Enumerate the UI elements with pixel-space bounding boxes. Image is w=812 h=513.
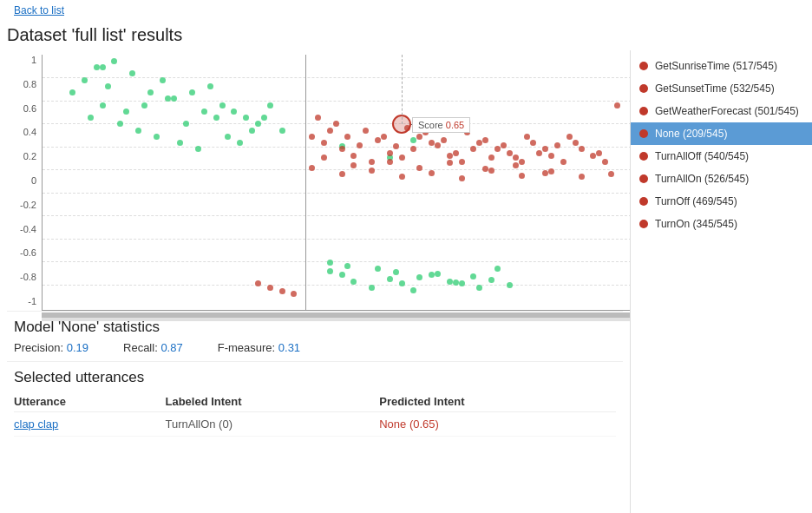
scatter-dot (177, 140, 183, 146)
scatter-dot (429, 170, 435, 176)
col-predicted-intent: Predicted Intent (379, 391, 616, 412)
scatter-dot (183, 121, 189, 127)
scatter-dot (375, 266, 381, 272)
scatter-dot (147, 89, 154, 95)
scatter-dot (494, 146, 501, 152)
scatter-dot (441, 137, 447, 143)
scatter-dot (507, 150, 513, 156)
back-link[interactable]: Back to list (7, 1, 71, 20)
utterance-link-0[interactable]: clap clap (14, 418, 58, 431)
scatter-dot (536, 150, 542, 156)
scatter-dot (560, 159, 566, 165)
scatter-dot (410, 287, 416, 293)
scatter-dot (459, 280, 465, 286)
scatter-dot (327, 268, 333, 274)
scatter-dot (548, 153, 554, 159)
sidebar-item-6[interactable]: TurnOff (469/545) (631, 190, 812, 213)
scatter-dot (387, 276, 393, 282)
col-utterance: Utterance (14, 391, 165, 412)
scatter-dot (261, 115, 267, 121)
scatter-dot (410, 137, 416, 143)
scatter-dot (519, 159, 525, 165)
page-title: Dataset 'full list' results (0, 20, 812, 50)
scatter-dot (94, 64, 100, 70)
scatter-dot (207, 83, 213, 89)
sidebar-item-4[interactable]: TurnAllOff (540/545) (631, 145, 812, 168)
scatter-dot (410, 146, 416, 152)
intent-dot-icon-0 (639, 62, 648, 70)
scatter-dot (488, 277, 494, 283)
scatter-dot (596, 150, 602, 156)
fmeasure-label: F-measure: (218, 341, 275, 354)
sidebar-item-0[interactable]: GetSunriseTime (517/545) (631, 55, 812, 77)
scatter-dot (482, 137, 488, 143)
scatter-dot (435, 142, 441, 148)
scatter-dot (213, 115, 219, 121)
scatter-dot (321, 155, 327, 161)
sidebar-item-7[interactable]: TurnOn (345/545) (631, 213, 812, 235)
scatter-dot (201, 109, 207, 115)
scatter-dot (476, 285, 482, 291)
scatter-dot (369, 285, 375, 291)
scatter-dot (470, 146, 476, 152)
scatter-dot (488, 168, 494, 174)
scatter-dot (387, 150, 393, 156)
scatter-dot (267, 102, 273, 109)
scatter-dot (459, 175, 465, 181)
scatter-dot (243, 115, 249, 121)
scatter-dot (255, 121, 261, 127)
sidebar-item-label-7: TurnOn (345/545) (655, 218, 737, 230)
scatter-dot (381, 134, 387, 140)
scatter-dot (154, 134, 160, 140)
scatter-dot (321, 140, 327, 146)
scatter-dot (614, 102, 620, 109)
scatter-dot (375, 137, 381, 143)
intent-dot-icon-1 (639, 84, 648, 93)
intent-dot-icon-2 (639, 107, 648, 115)
scatter-dot (279, 128, 285, 134)
scatter-dot (393, 143, 399, 149)
sidebar-item-3[interactable]: None (209/545) (631, 122, 812, 145)
scatter-dot (530, 140, 536, 146)
scatter-dot (542, 146, 548, 152)
recall-value: 0.87 (160, 341, 182, 354)
fmeasure-value: 0.31 (278, 341, 300, 354)
scatter-dot (399, 155, 405, 161)
sidebar-item-2[interactable]: GetWeatherForecast (501/545) (631, 100, 812, 122)
scatter-dot (507, 282, 513, 288)
table-row: clap clapTurnAllOn (0)None (0.65) (14, 412, 616, 437)
scatter-dot (88, 115, 94, 121)
sidebar-item-label-4: TurnAllOff (540/545) (655, 150, 749, 162)
sidebar-item-5[interactable]: TurnAllOn (526/545) (631, 168, 812, 190)
scatter-dot (387, 159, 393, 165)
scatter-dot (69, 89, 75, 95)
scatter-dot (291, 291, 297, 297)
sidebar-item-label-3: None (209/545) (655, 128, 727, 140)
predicted-intent-0: None (0.65) (379, 412, 616, 437)
scatter-dot (548, 168, 554, 174)
intent-dot-icon-5 (639, 174, 648, 183)
scatter-dot (453, 280, 459, 286)
precision-value: 0.19 (67, 341, 88, 354)
scatter-dot (573, 140, 579, 146)
scatter-dot (237, 140, 243, 146)
scatter-dot (219, 102, 226, 109)
scatter-dot (350, 153, 357, 159)
scatter-dot (566, 134, 573, 140)
scatter-dot (117, 121, 123, 127)
col-labeled-intent: Labeled Intent (165, 391, 379, 412)
scatter-dot (579, 174, 585, 180)
scatter-dot (231, 109, 237, 115)
y-axis-labels: 1 0.8 0.6 0.4 0.2 0 -0.2 -0.4 -0.6 -0.8 … (7, 55, 40, 306)
scatter-dot (488, 155, 494, 161)
scatter-dot (608, 171, 614, 177)
scatter-dot (129, 70, 135, 76)
scatter-plot: Score 0.65 (42, 55, 630, 311)
scatter-dot (369, 159, 375, 165)
sidebar-item-1[interactable]: GetSunsetTime (532/545) (631, 77, 812, 100)
score-tooltip: Score 0.65 (412, 117, 470, 133)
scatter-dot (435, 271, 441, 277)
scatter-dot (542, 170, 548, 176)
scatter-dot (459, 159, 465, 165)
scatter-dot (363, 128, 369, 134)
